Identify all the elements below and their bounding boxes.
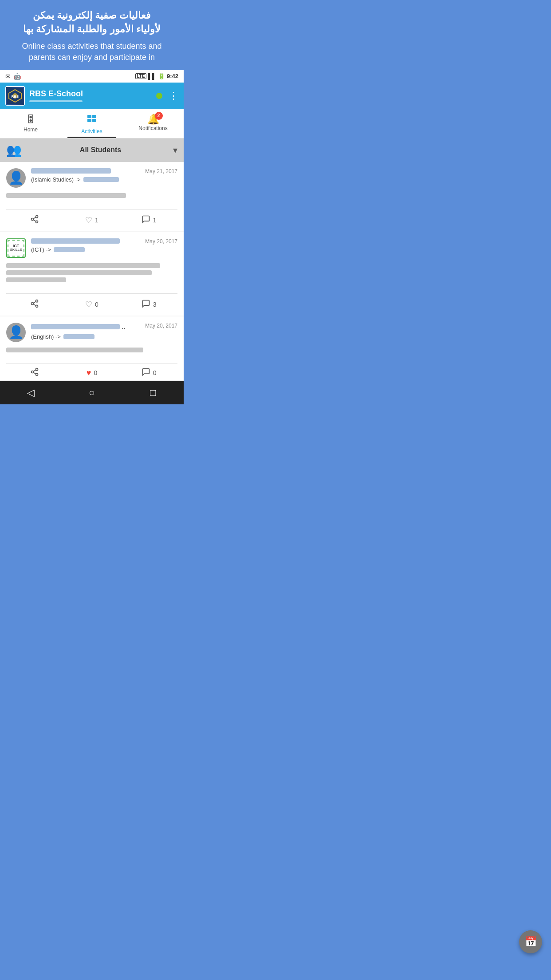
tab-home-label: Home xyxy=(24,126,38,133)
nav-bar: ◁ ○ □ xyxy=(0,381,184,404)
card-subject: (ICT) -> xyxy=(31,246,51,253)
name-blur xyxy=(31,238,120,244)
ellipsis-icon: .. xyxy=(122,323,126,331)
heart-icon: ♡ xyxy=(85,215,92,225)
content-blur-3 xyxy=(6,277,66,282)
recents-button[interactable]: □ xyxy=(143,383,163,403)
name-blur xyxy=(31,168,111,174)
card-actions: ♡ 0 3 xyxy=(6,293,177,316)
comment-count: 3 xyxy=(153,301,157,308)
selector-label: All Students xyxy=(28,146,173,154)
heart-icon: ♡ xyxy=(85,300,92,309)
subject-blur xyxy=(54,247,85,252)
lte-badge: LTE xyxy=(135,73,146,79)
svg-line-22 xyxy=(33,370,36,371)
notification-wrapper: 🔔 2 xyxy=(147,114,159,125)
svg-point-18 xyxy=(36,368,38,371)
app-bar-actions: ⋮ xyxy=(156,90,178,102)
content-blur-2 xyxy=(6,270,152,275)
svg-rect-6 xyxy=(87,119,91,122)
back-button[interactable]: ◁ xyxy=(21,383,40,403)
like-count: 0 xyxy=(94,369,97,376)
subject-blur xyxy=(83,177,119,182)
share-icon xyxy=(30,299,39,310)
comment-button[interactable]: 1 xyxy=(120,213,177,228)
card-subject: (English) -> xyxy=(31,333,61,340)
heart-filled-icon: ♥ xyxy=(87,368,91,378)
svg-point-20 xyxy=(36,373,38,375)
content-blur-1 xyxy=(6,193,126,198)
activity-feed: 👤 (Islamic Studies) -> May 21, 2017 xyxy=(0,162,184,381)
comment-button[interactable]: 0 xyxy=(120,366,177,380)
home-icon: 🎛 xyxy=(26,114,35,125)
tab-notifications-label: Notifications xyxy=(138,125,167,131)
app-title-area: RBS E-School xyxy=(29,89,152,102)
status-bar: ✉ 🤖 LTE ▌▌ 🔋 9:42 xyxy=(0,70,184,83)
ict-label-bottom: SKILLS xyxy=(10,248,22,252)
card-meta: (Islamic Studies) -> xyxy=(31,168,140,183)
ict-icon-inner: ICT SKILLS xyxy=(8,240,24,257)
like-button[interactable]: ♡ 0 xyxy=(63,297,121,312)
svg-point-14 xyxy=(31,302,34,304)
subject-blur xyxy=(63,334,94,339)
svg-rect-7 xyxy=(92,119,96,122)
svg-point-15 xyxy=(36,305,38,307)
android-status-icon: 🤖 xyxy=(13,73,21,80)
promo-arabic-text: فعاليات صفية إلكترونية يمكن لأولياء الأم… xyxy=(9,9,175,36)
card-date: May 20, 2017 xyxy=(145,238,177,245)
like-button[interactable]: ♥ 0 xyxy=(63,366,121,380)
card-body xyxy=(6,261,177,288)
share-button[interactable] xyxy=(6,297,63,312)
comment-icon xyxy=(142,215,150,226)
app-bar: RBS RBS E-School ⋮ xyxy=(0,83,184,109)
notification-badge: 2 xyxy=(155,112,163,120)
student-selector[interactable]: 👥 All Students ▾ xyxy=(0,138,184,162)
svg-point-10 xyxy=(36,221,38,223)
card-header: 👤 (Islamic Studies) -> May 21, 2017 xyxy=(6,168,177,188)
card-body xyxy=(6,191,177,204)
card-meta: (ICT) -> xyxy=(31,238,140,253)
more-options-button[interactable]: ⋮ xyxy=(169,90,178,102)
signal-icon: ▌▌ xyxy=(148,73,156,79)
comment-count: 0 xyxy=(153,369,157,376)
content-blur-1 xyxy=(6,348,143,352)
online-status-dot xyxy=(156,93,162,99)
card-meta: .. (English) -> xyxy=(31,323,140,340)
email-status-icon: ✉ xyxy=(5,73,11,80)
clock: 9:42 xyxy=(167,73,178,79)
card-actions: ♡ 1 1 xyxy=(6,209,177,231)
svg-point-8 xyxy=(36,216,38,218)
svg-line-11 xyxy=(33,220,36,221)
tab-activities[interactable]: Activities xyxy=(61,109,122,138)
card-header: ICT SKILLS (ICT) -> May 20, 2017 xyxy=(6,238,177,258)
person-avatar-icon: 👤 xyxy=(8,325,24,340)
name-blur xyxy=(31,324,120,329)
comment-icon xyxy=(142,299,150,310)
home-button[interactable]: ○ xyxy=(82,383,102,403)
ict-avatar: ICT SKILLS xyxy=(6,238,26,258)
svg-text:RBS: RBS xyxy=(12,95,20,99)
chevron-down-icon: ▾ xyxy=(173,145,177,155)
svg-rect-4 xyxy=(87,115,91,118)
card-actions: ♥ 0 0 xyxy=(6,364,177,380)
promo-section: فعاليات صفية إلكترونية يمكن لأولياء الأم… xyxy=(0,0,184,70)
avatar: 👤 xyxy=(6,323,26,342)
card-body xyxy=(6,346,177,358)
activity-card: 👤 .. (English) -> May 20, 2017 xyxy=(0,316,184,380)
tab-home[interactable]: 🎛 Home xyxy=(0,109,61,138)
like-button[interactable]: ♡ 1 xyxy=(63,213,121,228)
person-avatar-icon: 👤 xyxy=(8,170,24,185)
svg-point-9 xyxy=(31,218,34,220)
share-button[interactable] xyxy=(6,366,63,380)
tab-notifications[interactable]: 🔔 2 Notifications xyxy=(122,109,184,138)
svg-rect-5 xyxy=(92,115,96,118)
status-icons-left: ✉ 🤖 xyxy=(5,73,21,80)
share-button[interactable] xyxy=(6,213,63,228)
tab-activities-label: Activities xyxy=(81,128,102,134)
phone-frame: RBS RBS E-School ⋮ 🎛 Home xyxy=(0,83,184,381)
comment-button[interactable]: 3 xyxy=(120,297,177,312)
svg-line-17 xyxy=(33,301,36,303)
like-count: 1 xyxy=(95,217,98,224)
svg-point-19 xyxy=(31,371,34,373)
promo-english-text: Online class activities that students an… xyxy=(9,41,175,63)
